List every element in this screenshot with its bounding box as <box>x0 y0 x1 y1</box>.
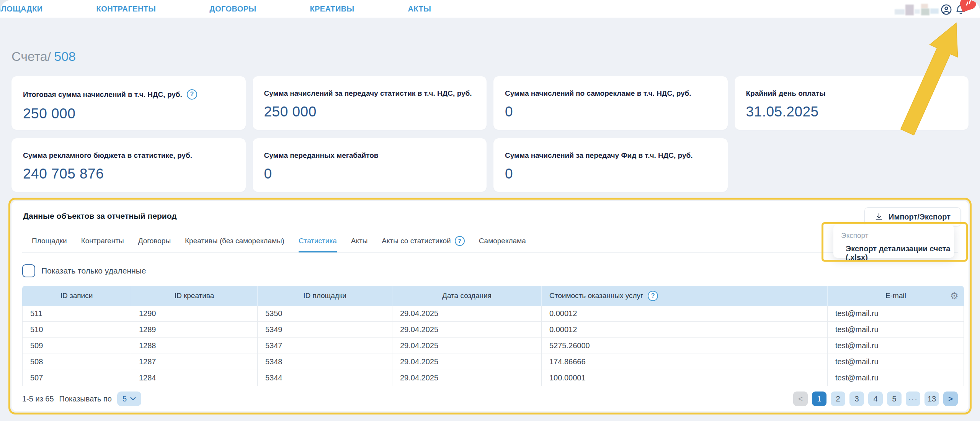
page-content: Счета/508 Итоговая сумма начислений в т.… <box>0 49 980 414</box>
tab-akty-so-statistikoy[interactable]: Акты со статистикой ? <box>382 229 464 252</box>
tab-akty[interactable]: Акты <box>351 229 368 252</box>
card-value: 31.05.2025 <box>746 104 957 120</box>
redacted-text-block <box>915 9 920 14</box>
tab-statistika[interactable]: Статистика <box>299 229 337 252</box>
cell-record-id: 510 <box>22 322 131 338</box>
redacted-text-block <box>921 8 929 15</box>
table-row[interactable]: 507 1284 5344 29.04.2025 100.00001 test@… <box>22 370 964 386</box>
cell-platform-id: 5350 <box>258 306 392 322</box>
col-header-label: Стоимость оказанных услуг <box>549 292 643 300</box>
app-window: ПЛОЩАДКИ КОНТРАГЕНТЫ ДОГОВОРЫ КРЕАТИВЫ А… <box>0 0 980 421</box>
tab-kreativy[interactable]: Креативы (без саморекламы) <box>185 229 284 252</box>
pagination-pages: < 1 2 3 4 5 ··· 13 > <box>793 392 958 406</box>
cell-service-cost: 0.00012 <box>542 306 828 322</box>
breadcrumb: Счета/508 <box>11 49 969 64</box>
table-row[interactable]: 511 1290 5350 29.04.2025 0.00012 test@ma… <box>22 306 964 322</box>
cell-creative-id: 1288 <box>131 338 258 354</box>
page-button-4[interactable]: 4 <box>868 392 883 406</box>
app-screenshot: ПЛОЩАДКИ КОНТРАГЕНТЫ ДОГОВОРЫ КРЕАТИВЫ А… <box>0 0 980 421</box>
page-button-3[interactable]: 3 <box>849 392 864 406</box>
cell-service-cost: 5275.26000 <box>542 338 828 354</box>
summary-card-total-accruals: Итоговая сумма начислений в т.ч. НДС, ру… <box>11 76 246 130</box>
export-invoice-details-xlsx-item[interactable]: Экспорт детализации счета (.xlsx) <box>833 244 954 262</box>
gear-icon[interactable]: ⚙ <box>950 291 959 301</box>
col-header-platform-id: ID площадки <box>258 286 392 306</box>
pagination-summary: 1-5 из 65 Показывать по 5 <box>22 392 141 406</box>
top-navigation-bar: ПЛОЩАДКИ КОНТРАГЕНТЫ ДОГОВОРЫ КРЕАТИВЫ А… <box>0 0 980 18</box>
nav-item-akty[interactable]: АКТЫ <box>408 5 431 13</box>
import-export-button[interactable]: Импорт/Экспорт <box>864 207 961 226</box>
redacted-text-block <box>905 5 914 15</box>
filter-row: Показать только удаленные <box>22 264 958 277</box>
user-profile-icon[interactable] <box>940 3 952 16</box>
cell-platform-id: 5349 <box>258 322 392 338</box>
card-value: 240 705 876 <box>23 166 234 182</box>
tab-dogovory[interactable]: Договоры <box>138 229 171 252</box>
table-row[interactable]: 509 1288 5347 29.04.2025 5275.26000 test… <box>22 338 964 354</box>
cell-created-date: 29.04.2025 <box>392 370 542 386</box>
summary-card-payment-deadline: Крайний день оплаты 31.05.2025 <box>735 76 969 130</box>
page-button-2[interactable]: 2 <box>831 392 845 406</box>
help-icon[interactable]: ? <box>187 89 197 100</box>
tab-ploshchadki[interactable]: Площадки <box>32 229 67 252</box>
table-row[interactable]: 510 1289 5349 29.04.2025 0.00012 test@ma… <box>22 322 964 338</box>
summary-card-megabytes: Сумма переданных мегабайтов 0 <box>253 138 487 192</box>
nav-item-ploshchadki[interactable]: ПЛОЩАДКИ <box>0 5 43 13</box>
cell-creative-id: 1284 <box>131 370 258 386</box>
per-page-select[interactable]: 5 <box>117 392 141 406</box>
table-row[interactable]: 508 1287 5348 29.04.2025 174.86666 test@… <box>22 354 964 370</box>
cell-created-date: 29.04.2025 <box>392 354 542 370</box>
cell-email: test@mail.ru <box>828 322 964 338</box>
section-tabs: Площадки Контрагенты Договоры Креативы (… <box>22 229 958 253</box>
cell-service-cost: 100.00001 <box>542 370 828 386</box>
col-header-email: E-mail ⚙ <box>828 286 964 306</box>
help-icon[interactable]: ? <box>455 236 465 246</box>
col-header-record-id: ID записи <box>22 286 131 306</box>
card-label: Сумма переданных мегабайтов <box>264 151 379 160</box>
annotation-highlight-box: Данные объектов за отчетный период Импор… <box>8 198 972 414</box>
card-value: 250 000 <box>264 104 475 120</box>
cell-record-id: 511 <box>22 306 131 322</box>
report-period-section: Данные объектов за отчетный период Импор… <box>11 201 969 411</box>
tab-kontragenty[interactable]: Контрагенты <box>81 229 124 252</box>
cell-creative-id: 1290 <box>131 306 258 322</box>
card-label: Сумма рекламного бюджета в статистике, р… <box>23 151 192 160</box>
summary-cards-grid: Итоговая сумма начислений в т.ч. НДС, ру… <box>11 76 969 192</box>
cell-email: test@mail.ru <box>828 306 964 322</box>
card-value: 0 <box>505 166 716 182</box>
summary-card-selfpromo-accruals: Сумма начислений по саморекламе в т.ч. Н… <box>493 76 728 130</box>
col-header-created-date: Дата создания <box>392 286 542 306</box>
cell-email: test@mail.ru <box>828 338 964 354</box>
card-label: Итоговая сумма начислений в т.ч. НДС, ру… <box>23 90 182 99</box>
tab-samoreklama[interactable]: Самореклама <box>479 229 526 252</box>
prev-page-button[interactable]: < <box>793 392 808 406</box>
cell-service-cost: 0.00012 <box>542 322 828 338</box>
cell-platform-id: 5348 <box>258 354 392 370</box>
page-button-1[interactable]: 1 <box>812 392 826 406</box>
per-page-label: Показывать по <box>59 395 112 403</box>
col-header-service-cost: Стоимость оказанных услуг ? <box>542 286 828 306</box>
help-icon[interactable]: ? <box>648 291 658 301</box>
card-label: Сумма начислений за передачу статистик в… <box>264 89 472 98</box>
nav-item-kreativy[interactable]: КРЕАТИВЫ <box>310 5 354 13</box>
card-label: Сумма начислений за передачу Фид в т.ч. … <box>505 151 693 160</box>
page-button-5[interactable]: 5 <box>887 392 902 406</box>
nav-item-dogovory[interactable]: ДОГОВОРЫ <box>209 5 256 13</box>
show-deleted-checkbox[interactable] <box>22 264 35 277</box>
nav-item-kontragenty[interactable]: КОНТРАГЕНТЫ <box>96 5 156 13</box>
card-label: Крайний день оплаты <box>746 89 826 98</box>
redacted-text-block <box>930 8 939 14</box>
breadcrumb-section[interactable]: Счета/ <box>11 49 51 64</box>
cell-platform-id: 5344 <box>258 370 392 386</box>
show-deleted-label: Показать только удаленные <box>41 266 146 275</box>
page-ellipsis-button[interactable]: ··· <box>906 392 920 406</box>
card-value: 0 <box>505 104 716 120</box>
page-button-13[interactable]: 13 <box>924 392 939 406</box>
range-label: 1-5 из 65 <box>22 395 54 403</box>
card-value: 0 <box>264 166 475 182</box>
redacted-text-block <box>895 9 905 15</box>
next-page-button[interactable]: > <box>943 392 958 406</box>
col-header-creative-id: ID креатива <box>131 286 258 306</box>
cell-email: test@mail.ru <box>828 354 964 370</box>
card-value: 250 000 <box>23 106 234 122</box>
